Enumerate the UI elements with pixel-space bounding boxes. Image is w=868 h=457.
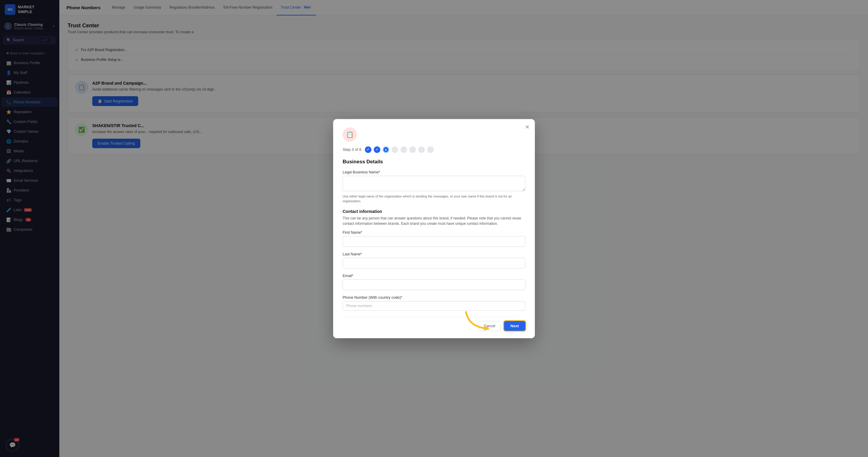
phone-group: Phone Number (With country code)* (343, 295, 525, 311)
modal-title: Business Details (343, 159, 525, 165)
step-5 (401, 146, 407, 153)
step-label: Step 3 of 8 (343, 147, 361, 152)
step-1: ✓ (365, 146, 371, 153)
legal-business-name-label: Legal Business Name* (343, 170, 525, 174)
last-name-label: Last Name* (343, 252, 525, 256)
first-name-label: First Name* (343, 230, 525, 235)
legal-business-name-group: Legal Business Name* Use either legal na… (343, 170, 525, 204)
step-8 (427, 146, 434, 153)
step-4 (392, 146, 398, 153)
next-button[interactable]: Next (504, 321, 525, 331)
last-name-group: Last Name* (343, 252, 525, 269)
modal-close-button[interactable]: ✕ (525, 124, 529, 131)
modal-overlay: ✕ 📋 Step 3 of 8 ✓ ✓ ● Business Details L… (0, 0, 868, 457)
contact-section-desc: This can be any person that can answer q… (343, 216, 525, 226)
email-group: Email* (343, 274, 525, 291)
last-name-input[interactable] (343, 258, 525, 268)
modal-icon: 📋 (343, 127, 357, 142)
step-6 (409, 146, 416, 153)
email-label: Email* (343, 274, 525, 278)
step-7 (418, 146, 425, 153)
step-2: ✓ (374, 146, 380, 153)
business-details-modal: ✕ 📋 Step 3 of 8 ✓ ✓ ● Business Details L… (333, 119, 535, 338)
step-indicator: Step 3 of 8 ✓ ✓ ● (343, 146, 525, 153)
legal-business-name-hint: Use either legal name of the organizatio… (343, 194, 525, 204)
step-3: ● (383, 146, 389, 153)
first-name-group: First Name* (343, 230, 525, 248)
legal-business-name-input[interactable] (343, 176, 525, 191)
contact-section-title: Contact information (343, 209, 525, 214)
phone-input[interactable] (343, 301, 525, 311)
modal-footer: Cancel Next (343, 317, 525, 331)
email-input[interactable] (343, 279, 525, 290)
first-name-input[interactable] (343, 236, 525, 247)
cancel-button[interactable]: Cancel (478, 321, 501, 331)
phone-label: Phone Number (With country code)* (343, 295, 525, 299)
